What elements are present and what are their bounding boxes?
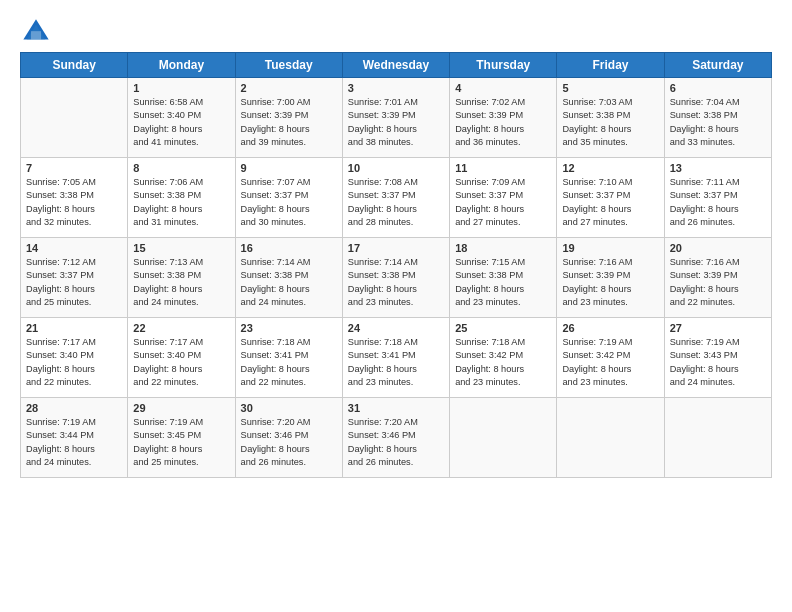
cell-content: Sunrise: 7:01 AM Sunset: 3:39 PM Dayligh… (348, 96, 444, 149)
calendar-cell: 18Sunrise: 7:15 AM Sunset: 3:38 PM Dayli… (450, 238, 557, 318)
day-header: Sunday (21, 53, 128, 78)
day-header: Saturday (664, 53, 771, 78)
cell-content: Sunrise: 7:09 AM Sunset: 3:37 PM Dayligh… (455, 176, 551, 229)
logo-icon (20, 16, 52, 48)
day-number: 8 (133, 162, 229, 174)
day-number: 11 (455, 162, 551, 174)
calendar-cell: 31Sunrise: 7:20 AM Sunset: 3:46 PM Dayli… (342, 398, 449, 478)
day-number: 28 (26, 402, 122, 414)
cell-content: Sunrise: 7:03 AM Sunset: 3:38 PM Dayligh… (562, 96, 658, 149)
calendar-cell: 9Sunrise: 7:07 AM Sunset: 3:37 PM Daylig… (235, 158, 342, 238)
calendar-cell: 3Sunrise: 7:01 AM Sunset: 3:39 PM Daylig… (342, 78, 449, 158)
calendar-cell: 27Sunrise: 7:19 AM Sunset: 3:43 PM Dayli… (664, 318, 771, 398)
day-number: 14 (26, 242, 122, 254)
day-number: 5 (562, 82, 658, 94)
calendar-week-row: 14Sunrise: 7:12 AM Sunset: 3:37 PM Dayli… (21, 238, 772, 318)
day-number: 3 (348, 82, 444, 94)
day-number: 20 (670, 242, 766, 254)
cell-content: Sunrise: 7:18 AM Sunset: 3:41 PM Dayligh… (348, 336, 444, 389)
day-number: 4 (455, 82, 551, 94)
cell-content: Sunrise: 7:18 AM Sunset: 3:42 PM Dayligh… (455, 336, 551, 389)
calendar-cell: 14Sunrise: 7:12 AM Sunset: 3:37 PM Dayli… (21, 238, 128, 318)
day-number: 30 (241, 402, 337, 414)
calendar-cell: 26Sunrise: 7:19 AM Sunset: 3:42 PM Dayli… (557, 318, 664, 398)
logo (20, 16, 56, 48)
cell-content: Sunrise: 7:02 AM Sunset: 3:39 PM Dayligh… (455, 96, 551, 149)
cell-content: Sunrise: 7:10 AM Sunset: 3:37 PM Dayligh… (562, 176, 658, 229)
day-number: 23 (241, 322, 337, 334)
cell-content: Sunrise: 7:16 AM Sunset: 3:39 PM Dayligh… (562, 256, 658, 309)
day-header: Tuesday (235, 53, 342, 78)
calendar-cell: 25Sunrise: 7:18 AM Sunset: 3:42 PM Dayli… (450, 318, 557, 398)
calendar-cell: 11Sunrise: 7:09 AM Sunset: 3:37 PM Dayli… (450, 158, 557, 238)
calendar-week-row: 1Sunrise: 6:58 AM Sunset: 3:40 PM Daylig… (21, 78, 772, 158)
cell-content: Sunrise: 7:00 AM Sunset: 3:39 PM Dayligh… (241, 96, 337, 149)
calendar-cell: 4Sunrise: 7:02 AM Sunset: 3:39 PM Daylig… (450, 78, 557, 158)
day-number: 7 (26, 162, 122, 174)
header (20, 16, 772, 48)
calendar-header-row: SundayMondayTuesdayWednesdayThursdayFrid… (21, 53, 772, 78)
cell-content: Sunrise: 7:18 AM Sunset: 3:41 PM Dayligh… (241, 336, 337, 389)
cell-content: Sunrise: 7:14 AM Sunset: 3:38 PM Dayligh… (348, 256, 444, 309)
day-number: 9 (241, 162, 337, 174)
cell-content: Sunrise: 7:06 AM Sunset: 3:38 PM Dayligh… (133, 176, 229, 229)
day-number: 1 (133, 82, 229, 94)
svg-rect-2 (31, 31, 41, 39)
day-number: 16 (241, 242, 337, 254)
cell-content: Sunrise: 7:19 AM Sunset: 3:44 PM Dayligh… (26, 416, 122, 469)
day-number: 22 (133, 322, 229, 334)
calendar-cell (21, 78, 128, 158)
calendar-week-row: 7Sunrise: 7:05 AM Sunset: 3:38 PM Daylig… (21, 158, 772, 238)
cell-content: Sunrise: 7:12 AM Sunset: 3:37 PM Dayligh… (26, 256, 122, 309)
day-number: 31 (348, 402, 444, 414)
calendar-cell: 17Sunrise: 7:14 AM Sunset: 3:38 PM Dayli… (342, 238, 449, 318)
calendar-table: SundayMondayTuesdayWednesdayThursdayFrid… (20, 52, 772, 478)
day-number: 12 (562, 162, 658, 174)
cell-content: Sunrise: 7:17 AM Sunset: 3:40 PM Dayligh… (133, 336, 229, 389)
day-number: 27 (670, 322, 766, 334)
day-number: 19 (562, 242, 658, 254)
calendar-cell: 24Sunrise: 7:18 AM Sunset: 3:41 PM Dayli… (342, 318, 449, 398)
day-number: 21 (26, 322, 122, 334)
calendar-cell: 28Sunrise: 7:19 AM Sunset: 3:44 PM Dayli… (21, 398, 128, 478)
calendar-cell: 2Sunrise: 7:00 AM Sunset: 3:39 PM Daylig… (235, 78, 342, 158)
cell-content: Sunrise: 7:19 AM Sunset: 3:45 PM Dayligh… (133, 416, 229, 469)
day-header: Monday (128, 53, 235, 78)
day-header: Wednesday (342, 53, 449, 78)
cell-content: Sunrise: 7:11 AM Sunset: 3:37 PM Dayligh… (670, 176, 766, 229)
calendar-cell: 7Sunrise: 7:05 AM Sunset: 3:38 PM Daylig… (21, 158, 128, 238)
calendar-week-row: 21Sunrise: 7:17 AM Sunset: 3:40 PM Dayli… (21, 318, 772, 398)
cell-content: Sunrise: 7:04 AM Sunset: 3:38 PM Dayligh… (670, 96, 766, 149)
day-number: 2 (241, 82, 337, 94)
calendar-cell: 19Sunrise: 7:16 AM Sunset: 3:39 PM Dayli… (557, 238, 664, 318)
calendar-cell: 20Sunrise: 7:16 AM Sunset: 3:39 PM Dayli… (664, 238, 771, 318)
cell-content: Sunrise: 7:16 AM Sunset: 3:39 PM Dayligh… (670, 256, 766, 309)
calendar-cell: 30Sunrise: 7:20 AM Sunset: 3:46 PM Dayli… (235, 398, 342, 478)
cell-content: Sunrise: 7:08 AM Sunset: 3:37 PM Dayligh… (348, 176, 444, 229)
cell-content: Sunrise: 7:20 AM Sunset: 3:46 PM Dayligh… (348, 416, 444, 469)
calendar-cell: 6Sunrise: 7:04 AM Sunset: 3:38 PM Daylig… (664, 78, 771, 158)
calendar-cell: 23Sunrise: 7:18 AM Sunset: 3:41 PM Dayli… (235, 318, 342, 398)
calendar-cell: 22Sunrise: 7:17 AM Sunset: 3:40 PM Dayli… (128, 318, 235, 398)
calendar-cell (450, 398, 557, 478)
calendar-cell: 1Sunrise: 6:58 AM Sunset: 3:40 PM Daylig… (128, 78, 235, 158)
day-header: Friday (557, 53, 664, 78)
cell-content: Sunrise: 7:05 AM Sunset: 3:38 PM Dayligh… (26, 176, 122, 229)
calendar-cell: 29Sunrise: 7:19 AM Sunset: 3:45 PM Dayli… (128, 398, 235, 478)
calendar-cell: 21Sunrise: 7:17 AM Sunset: 3:40 PM Dayli… (21, 318, 128, 398)
day-number: 26 (562, 322, 658, 334)
cell-content: Sunrise: 7:07 AM Sunset: 3:37 PM Dayligh… (241, 176, 337, 229)
day-number: 10 (348, 162, 444, 174)
page: SundayMondayTuesdayWednesdayThursdayFrid… (0, 0, 792, 612)
cell-content: Sunrise: 7:17 AM Sunset: 3:40 PM Dayligh… (26, 336, 122, 389)
day-number: 13 (670, 162, 766, 174)
cell-content: Sunrise: 7:14 AM Sunset: 3:38 PM Dayligh… (241, 256, 337, 309)
day-number: 6 (670, 82, 766, 94)
calendar-cell: 10Sunrise: 7:08 AM Sunset: 3:37 PM Dayli… (342, 158, 449, 238)
cell-content: Sunrise: 7:19 AM Sunset: 3:42 PM Dayligh… (562, 336, 658, 389)
day-header: Thursday (450, 53, 557, 78)
calendar-cell (664, 398, 771, 478)
day-number: 17 (348, 242, 444, 254)
day-number: 25 (455, 322, 551, 334)
cell-content: Sunrise: 7:20 AM Sunset: 3:46 PM Dayligh… (241, 416, 337, 469)
